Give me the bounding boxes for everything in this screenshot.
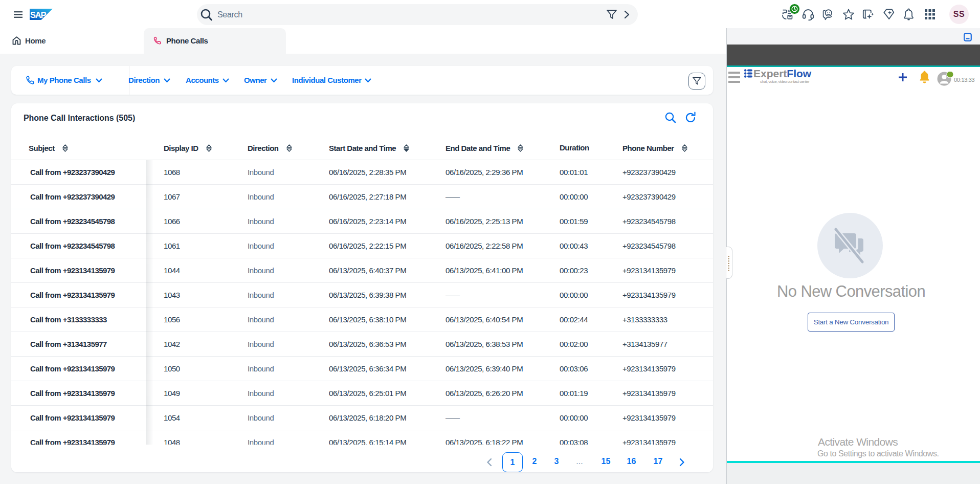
svg-text:SAP: SAP	[30, 10, 46, 19]
